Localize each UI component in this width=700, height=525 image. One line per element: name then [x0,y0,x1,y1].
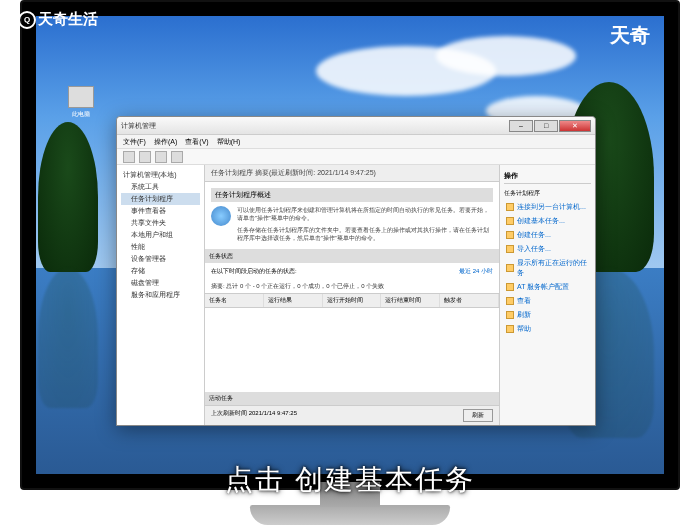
status-row: 在以下时间段启动的任务的状态: 最近 24 小时 [205,263,499,280]
task-status-header: 任务状态 [205,250,499,263]
status-label: 在以下时间段启动的任务的状态: [211,267,297,276]
actions-group: 任务计划程序 [504,187,591,200]
task-table-header: 任务名 运行结果 运行开始时间 运行结束时间 触发者 [205,293,499,308]
action-create-task[interactable]: 创建任务... [504,228,591,242]
help-icon [506,325,514,333]
monitor-frame: 此电脑 天奇 计算机管理 – □ ✕ 文件(F) 操作(A) 查看(V) 帮助(… [20,0,680,490]
action-connect[interactable]: 连接到另一台计算机... [504,200,591,214]
overview-title: 任务计划程序概述 [211,188,493,202]
summary-line: 摘要: 总计 0 个 - 0 个正在运行，0 个成功，0 个已停止，0 个失败 [205,280,499,293]
col-end[interactable]: 运行结束时间 [381,294,440,307]
action-import-task[interactable]: 导入任务... [504,242,591,256]
tree-disk-mgmt[interactable]: 磁盘管理 [121,277,200,289]
import-icon [506,245,514,253]
tree-root[interactable]: 计算机管理(本地) [121,169,200,181]
action-refresh[interactable]: 刷新 [504,308,591,322]
footer-bar: 上次刷新时间 2021/1/14 9:47:25 刷新 [205,405,499,425]
action-at-account[interactable]: AT 服务帐户配置 [504,280,591,294]
center-header: 任务计划程序 摘要(最近刷新时间: 2021/1/14 9:47:25) [205,165,499,182]
actions-header: 操作 [504,169,591,184]
create-task-icon [506,231,514,239]
desktop-icon-computer[interactable]: 此电脑 [64,86,98,119]
toolbar-back-icon[interactable] [123,151,135,163]
brand-logo-icon: Q [18,11,36,29]
toolbar [117,149,595,165]
brand-logo-text: 天奇生活 [38,10,98,29]
window-title: 计算机管理 [121,121,508,131]
tree-storage[interactable]: 存储 [121,265,200,277]
create-basic-icon [506,217,514,225]
actions-pane: 操作 任务计划程序 连接到另一台计算机... 创建基本任务... 创建任务...… [499,165,595,425]
left-tree: 计算机管理(本地) 系统工具 任务计划程序 事件查看器 共享文件夹 本地用户和组… [117,165,205,425]
last-refresh-label: 上次刷新时间 2021/1/14 9:47:25 [211,409,297,422]
col-trigger[interactable]: 触发者 [440,294,499,307]
toolbar-forward-icon[interactable] [139,151,151,163]
task-scheduler-window: 计算机管理 – □ ✕ 文件(F) 操作(A) 查看(V) 帮助(H) 计算机管… [116,116,596,426]
toolbar-properties-icon[interactable] [155,151,167,163]
col-result[interactable]: 运行结果 [264,294,323,307]
task-table-body [205,308,499,392]
refresh-icon [506,311,514,319]
col-start[interactable]: 运行开始时间 [323,294,382,307]
overview-section: 任务计划程序概述 可以使用任务计划程序来创建和管理计算机将在所指定的时间自动执行… [205,182,499,250]
action-help[interactable]: 帮助 [504,322,591,336]
view-icon [506,297,514,305]
running-icon [506,264,514,272]
connect-icon [506,203,514,211]
overview-text: 可以使用任务计划程序来创建和管理计算机将在所指定的时间自动执行的常见任务。若要开… [237,206,493,243]
tree-event-viewer[interactable]: 事件查看器 [121,205,200,217]
menu-action[interactable]: 操作(A) [154,137,177,147]
video-caption: 点击 创建基本任务 [225,461,475,499]
refresh-button[interactable]: 刷新 [463,409,493,422]
watermark-text: 天奇 [610,22,650,49]
action-show-running[interactable]: 显示所有正在运行的任务 [504,256,591,280]
menu-view[interactable]: 查看(V) [185,137,208,147]
col-name[interactable]: 任务名 [205,294,264,307]
window-body: 计算机管理(本地) 系统工具 任务计划程序 事件查看器 共享文件夹 本地用户和组… [117,165,595,425]
brand-logo: Q 天奇生活 [18,10,98,29]
tree-device-manager[interactable]: 设备管理器 [121,253,200,265]
active-tasks-header: 活动任务 [205,392,499,405]
menu-help[interactable]: 帮助(H) [217,137,241,147]
menu-file[interactable]: 文件(F) [123,137,146,147]
monitor-stand [250,505,450,525]
close-button[interactable]: ✕ [559,120,591,132]
minimize-button[interactable]: – [509,120,533,132]
tree-shared-folders[interactable]: 共享文件夹 [121,217,200,229]
status-period-dropdown[interactable]: 最近 24 小时 [459,267,493,276]
menubar: 文件(F) 操作(A) 查看(V) 帮助(H) [117,135,595,149]
account-icon [506,283,514,291]
tree-performance[interactable]: 性能 [121,241,200,253]
computer-icon [68,86,94,108]
tree-task-scheduler[interactable]: 任务计划程序 [121,193,200,205]
screen: 此电脑 天奇 计算机管理 – □ ✕ 文件(F) 操作(A) 查看(V) 帮助(… [36,16,664,474]
maximize-button[interactable]: □ [534,120,558,132]
action-create-basic-task[interactable]: 创建基本任务... [504,214,591,228]
titlebar[interactable]: 计算机管理 – □ ✕ [117,117,595,135]
tree-local-users[interactable]: 本地用户和组 [121,229,200,241]
action-view[interactable]: 查看 [504,294,591,308]
desktop-icon-label: 此电脑 [64,110,98,119]
info-icon [211,206,231,226]
center-pane: 任务计划程序 摘要(最近刷新时间: 2021/1/14 9:47:25) 任务计… [205,165,499,425]
toolbar-help-icon[interactable] [171,151,183,163]
tree-system-tools[interactable]: 系统工具 [121,181,200,193]
tree-services[interactable]: 服务和应用程序 [121,289,200,301]
